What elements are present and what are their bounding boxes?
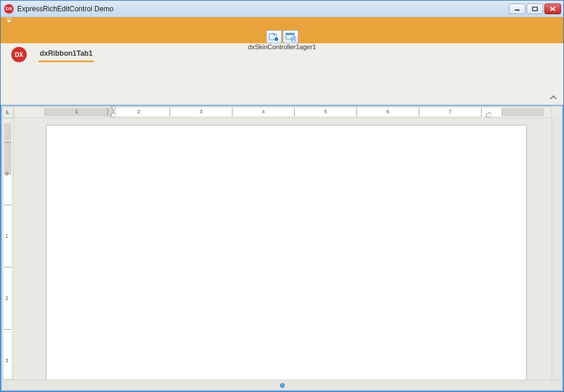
h-ruler-number: 1 [75,109,78,114]
bar-manager-component[interactable] [283,30,298,43]
h-ruler-number: 7 [448,109,451,114]
svg-marker-12 [111,107,116,111]
close-icon [550,7,556,11]
v-ruler-number: 1 [5,233,8,239]
skin-controller-icon [269,32,279,42]
document-viewport[interactable] [14,118,552,380]
app-window: DX ExpressRichEditControl Demo [0,0,564,392]
minimize-icon [514,7,520,11]
v-ruler-scale: 0 1 2 3 [4,123,11,379]
application-button[interactable]: DX [11,47,27,62]
window-title: ExpressRichEditControl Demo [17,5,113,13]
skin-controller-component[interactable] [266,30,282,43]
component-tray [266,30,298,43]
svg-marker-14 [486,112,492,117]
maximize-button[interactable] [527,4,543,14]
v-ruler-number: 0 [5,171,8,177]
ribbon-collapse-button[interactable] [549,94,559,102]
app-icon: DX [4,4,14,14]
window-controls [509,4,561,14]
h-ruler-number: 5 [324,109,327,114]
v-ruler-number: 3 [5,358,8,364]
svg-rect-1 [533,7,537,11]
titlebar: DX ExpressRichEditControl Demo [1,1,563,17]
svg-marker-5 [7,20,11,23]
tab-stop-selector[interactable]: L [2,106,14,118]
vertical-ruler[interactable]: 0 1 2 3 [2,118,14,380]
minimize-button[interactable] [509,4,525,14]
quick-access-toolbar [1,17,563,26]
qat-customize-button[interactable] [7,18,12,25]
maximize-icon [532,7,538,11]
chevron-up-icon [549,94,557,101]
document-page[interactable] [46,125,527,380]
bar-manager-icon [285,32,296,42]
ribbon-strip: dxSkinController1ager1 [1,26,563,43]
ribbon-body: DX dxRibbon1Tab1 [1,43,563,105]
dropdown-icon [7,18,11,24]
h-ruler-number: 6 [386,109,389,114]
scroll-thumb-handle[interactable] [280,383,285,388]
svg-point-7 [275,37,278,41]
close-button[interactable] [544,4,561,14]
svg-rect-9 [286,33,294,35]
svg-marker-13 [111,112,116,117]
rich-edit-control: L 1 2 3 4 5 6 7 [1,105,563,391]
horizontal-scrollbar[interactable] [2,380,562,390]
v-ruler-number: 2 [5,295,8,301]
component-tray-label: dxSkinController1ager1 [244,43,320,52]
left-indent-marker[interactable] [110,112,116,118]
horizontal-ruler[interactable]: 1 2 3 4 5 6 7 [14,106,552,118]
h-ruler-scale: 1 2 3 4 5 6 7 [44,108,544,116]
ribbon-tab-1[interactable]: dxRibbon1Tab1 [39,47,94,61]
h-ruler-number: 4 [262,109,265,114]
right-indent-marker[interactable] [486,112,492,118]
vertical-scrollbar[interactable] [552,118,562,380]
h-ruler-number: 3 [199,109,202,114]
first-line-indent-marker[interactable] [110,106,116,112]
h-ruler-number: 2 [137,109,140,114]
svg-point-11 [292,39,294,40]
